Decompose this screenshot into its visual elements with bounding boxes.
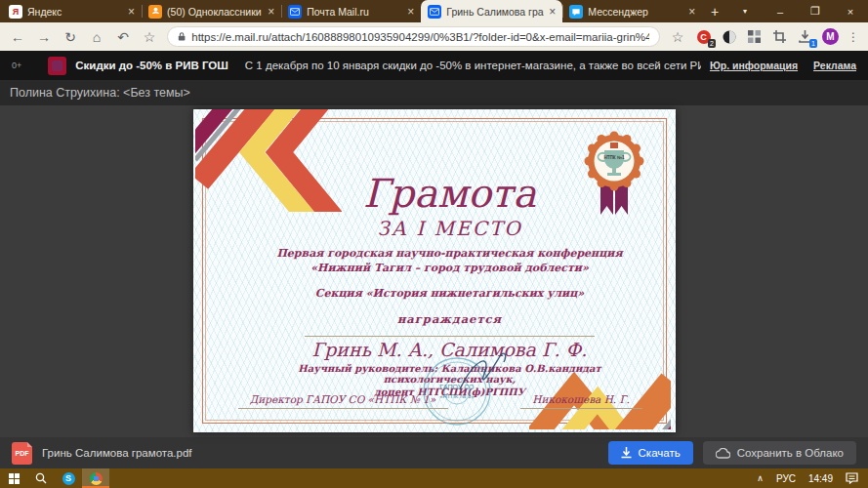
pdf-file-icon: PDF: [12, 442, 32, 465]
stamp-and-signature: ГАПОУ СО «НТПК № 1»: [406, 348, 543, 430]
riv-gosh-logo: [48, 57, 66, 75]
svg-text:ГАПОУ СО: ГАПОУ СО: [439, 384, 475, 390]
ad-title: Скидки до -50% в РИВ ГОШ: [75, 60, 228, 71]
search-icon: [35, 472, 47, 484]
director-title: Директор ГАПОУ СО «НТПК № 1»: [250, 393, 435, 405]
director-signature-line: [238, 408, 448, 409]
windows-logo-icon: [9, 473, 20, 484]
mailru-icon: [288, 5, 302, 19]
browser-menu-icon[interactable]: ⋮: [847, 30, 859, 44]
section-name: Секция «История нижнетагильских улиц»: [264, 287, 637, 300]
window-controls: ▾ – ❐ ×: [727, 0, 868, 22]
tab-mailru[interactable]: Почта Mail.ru ×: [281, 0, 421, 22]
taskbar-browser-button[interactable]: [82, 468, 109, 488]
mailru-icon: [428, 5, 441, 19]
tab-title: Яндекс: [27, 6, 123, 18]
certificate-place: ЗА I МЕСТО: [264, 217, 637, 240]
tab-title: Почта Mail.ru: [307, 6, 402, 18]
tab-yandex[interactable]: Я Яндекс ×: [2, 0, 142, 22]
undo-icon[interactable]: ↶: [114, 30, 132, 44]
extension-crop-icon[interactable]: [771, 28, 788, 45]
extensions-row: C 2 1 M ⋮: [695, 28, 859, 45]
tab-close-icon[interactable]: ×: [688, 6, 695, 18]
tab-title: Гринь Салимова грамота.pdf: [446, 6, 544, 18]
attachment-bar: PDF Гринь Салимова грамота.pdf Скачать С…: [0, 437, 868, 468]
names-underline: [305, 336, 596, 337]
clock[interactable]: 14:49: [808, 473, 833, 484]
profile-avatar[interactable]: M: [822, 28, 839, 45]
close-button[interactable]: ×: [833, 6, 868, 18]
tab-active-attachment[interactable]: Гринь Салимова грамота.pdf ×: [421, 0, 562, 22]
tab-close-icon[interactable]: ×: [268, 6, 274, 18]
signer-signature-line: [520, 408, 642, 409]
tab-close-icon[interactable]: ×: [407, 6, 414, 18]
save-to-cloud-button[interactable]: Сохранить в Облако: [703, 441, 856, 465]
odnoklassniki-icon: [148, 5, 162, 19]
new-tab-button[interactable]: +: [702, 0, 727, 22]
download-icon[interactable]: 1: [797, 28, 813, 45]
tab-close-icon[interactable]: ×: [128, 6, 135, 18]
address-bar[interactable]: https://e.mail.ru/attach/160888980109359…: [167, 26, 660, 47]
legal-info-link[interactable]: Юр. информация: [710, 60, 798, 71]
download-badge: 1: [809, 39, 817, 48]
taskbar-skype-button[interactable]: S: [55, 468, 82, 488]
start-button[interactable]: [0, 468, 27, 488]
ad-text: С 1 декабря по 10 января скидки до -50% …: [245, 60, 701, 71]
minimize-button[interactable]: –: [763, 6, 798, 18]
star-icon[interactable]: ☆: [141, 30, 158, 44]
signer-name: Никокошева Н. Г.: [532, 393, 630, 405]
tray-expand-icon[interactable]: ∧: [757, 473, 764, 483]
banner-links: Юр. информация Реклама: [710, 60, 856, 71]
sender-and-subject: Полина Струихина: <Без темы>: [10, 86, 190, 100]
lock-icon: [178, 31, 186, 42]
skype-icon: S: [62, 472, 75, 485]
extension-red-icon[interactable]: C 2: [695, 28, 712, 45]
back-icon[interactable]: ←: [9, 30, 26, 44]
ad-banner[interactable]: 0+ Скидки до -50% в РИВ ГОШ С 1 декабря …: [0, 51, 868, 80]
bookmark-star-icon[interactable]: ☆: [669, 30, 686, 44]
awarded-label: награждается: [264, 312, 637, 326]
url-text: https://e.mail.ru/attach/160888980109359…: [191, 31, 649, 43]
ad-link[interactable]: Реклама: [813, 60, 856, 71]
browser-icon: [90, 472, 103, 485]
certificate-title: Грамота: [264, 172, 637, 215]
forward-icon[interactable]: →: [35, 30, 53, 44]
reload-icon[interactable]: ↻: [62, 30, 79, 44]
age-rating: 0+: [12, 61, 21, 70]
tab-title: (50) Одноклассники: [167, 6, 263, 18]
notification-icon[interactable]: [846, 472, 858, 484]
browser-toolbar: ← → ↻ ⌂ ↶ ☆ https://e.mail.ru/attach/160…: [0, 22, 868, 51]
tab-title: Мессенджер: [588, 6, 683, 18]
extension-badge: 2: [708, 39, 716, 48]
yandex-icon: Я: [9, 5, 22, 19]
language-indicator[interactable]: РУС: [776, 473, 796, 484]
director-block: Директор ГАПОУ СО «НТПК № 1»: [238, 393, 448, 409]
tab-close-icon[interactable]: ×: [549, 6, 556, 18]
tabs-menu-icon[interactable]: ▾: [727, 7, 763, 16]
conference-name-line2: «Нижний Тагил – город трудовой доблести»: [264, 262, 637, 274]
system-tray: ∧ РУС 14:49: [757, 472, 868, 484]
download-arrow-icon: [621, 447, 632, 459]
extension-grid-icon[interactable]: [746, 28, 763, 45]
svg-text:НТПК №1: НТПК №1: [603, 155, 625, 160]
windows-taskbar: S ∧ РУС 14:49: [0, 468, 868, 488]
taskbar-search-button[interactable]: [27, 468, 55, 488]
tab-messenger[interactable]: Мессенджер ×: [562, 0, 702, 22]
browser-tab-strip: Я Яндекс × (50) Одноклассники × Почта Ma…: [0, 0, 868, 22]
cloud-icon: [716, 448, 730, 459]
conference-name-line1: Первая городская научно-практическая кон…: [264, 247, 637, 260]
mail-subject-header: Полина Струихина: <Без темы>: [0, 80, 868, 105]
signature-row: Директор ГАПОУ СО «НТПК № 1» Никокошева …: [238, 393, 642, 409]
download-button[interactable]: Скачать: [608, 441, 693, 465]
messenger-icon: [569, 5, 583, 19]
certificate-page: НТПК №1 Грамота ЗА I МЕСТО Первая городс…: [193, 109, 676, 432]
attachment-viewer: НТПК №1 Грамота ЗА I МЕСТО Первая городс…: [0, 105, 868, 437]
home-icon[interactable]: ⌂: [88, 30, 105, 44]
tab-odnoklassniki[interactable]: (50) Одноклассники ×: [142, 0, 281, 22]
maximize-button[interactable]: ❐: [798, 5, 833, 18]
extension-sphere-icon[interactable]: [721, 28, 737, 45]
signer-block: Никокошева Н. Г.: [520, 393, 642, 409]
attachment-filename: Гринь Салимова грамота.pdf: [42, 447, 192, 459]
